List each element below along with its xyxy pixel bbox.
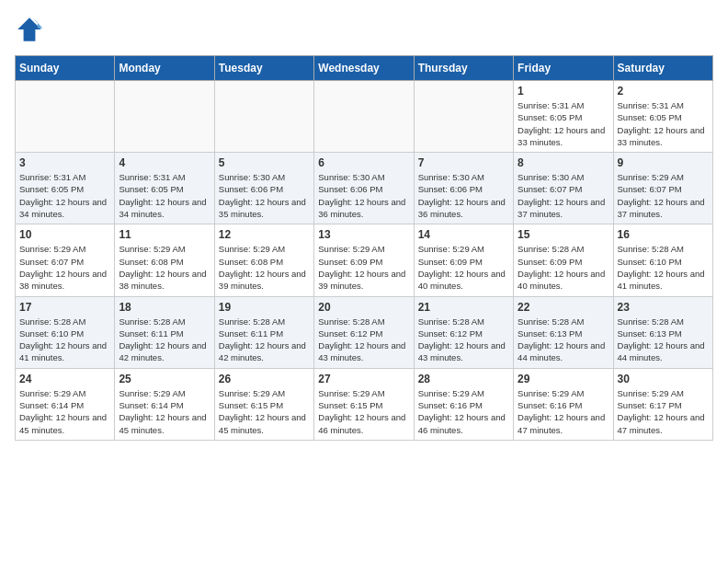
calendar-cell: 21Sunrise: 5:28 AM Sunset: 6:12 PM Dayli… [414,296,513,368]
calendar-cell: 10Sunrise: 5:29 AM Sunset: 6:07 PM Dayli… [16,224,115,296]
day-number: 12 [219,228,310,241]
day-info: Sunrise: 5:29 AM Sunset: 6:07 PM Dayligh… [19,243,110,292]
calendar-cell: 5Sunrise: 5:30 AM Sunset: 6:06 PM Daylig… [214,153,313,224]
logo [15,15,48,44]
calendar-cell: 1Sunrise: 5:31 AM Sunset: 6:05 PM Daylig… [514,81,613,153]
day-info: Sunrise: 5:31 AM Sunset: 6:05 PM Dayligh… [618,99,709,148]
day-info: Sunrise: 5:31 AM Sunset: 6:05 PM Dayligh… [119,171,210,220]
calendar-weekday-friday: Friday [514,56,613,81]
day-info: Sunrise: 5:29 AM Sunset: 6:14 PM Dayligh… [19,387,110,436]
calendar-cell: 17Sunrise: 5:28 AM Sunset: 6:10 PM Dayli… [16,296,115,368]
day-info: Sunrise: 5:29 AM Sunset: 6:14 PM Dayligh… [119,387,210,436]
day-number: 29 [518,373,609,385]
calendar-cell: 9Sunrise: 5:29 AM Sunset: 6:07 PM Daylig… [613,153,712,224]
calendar-cell: 8Sunrise: 5:30 AM Sunset: 6:07 PM Daylig… [514,153,613,224]
day-number: 27 [318,373,409,385]
day-info: Sunrise: 5:30 AM Sunset: 6:07 PM Dayligh… [518,171,609,220]
day-info: Sunrise: 5:30 AM Sunset: 6:06 PM Dayligh… [219,171,310,220]
calendar-cell: 7Sunrise: 5:30 AM Sunset: 6:06 PM Daylig… [414,153,513,224]
day-info: Sunrise: 5:28 AM Sunset: 6:11 PM Dayligh… [119,316,210,364]
svg-marker-0 [17,17,41,41]
day-number: 23 [618,301,709,314]
day-info: Sunrise: 5:30 AM Sunset: 6:06 PM Dayligh… [318,171,409,220]
day-number: 30 [618,373,709,385]
day-info: Sunrise: 5:29 AM Sunset: 6:16 PM Dayligh… [518,387,609,436]
calendar-cell: 12Sunrise: 5:29 AM Sunset: 6:08 PM Dayli… [214,224,313,296]
day-number: 15 [518,228,609,241]
calendar-cell: 20Sunrise: 5:28 AM Sunset: 6:12 PM Dayli… [314,296,414,368]
calendar-cell: 28Sunrise: 5:29 AM Sunset: 6:16 PM Dayli… [414,368,513,440]
calendar-cell: 23Sunrise: 5:28 AM Sunset: 6:13 PM Dayli… [613,296,712,368]
calendar-cell: 27Sunrise: 5:29 AM Sunset: 6:15 PM Dayli… [314,368,414,440]
calendar-week-0: 1Sunrise: 5:31 AM Sunset: 6:05 PM Daylig… [16,81,713,153]
calendar-cell: 15Sunrise: 5:28 AM Sunset: 6:09 PM Dayli… [514,224,613,296]
calendar-cell: 13Sunrise: 5:29 AM Sunset: 6:09 PM Dayli… [314,224,414,296]
day-number: 28 [418,373,509,385]
calendar-cell: 3Sunrise: 5:31 AM Sunset: 6:05 PM Daylig… [16,153,115,224]
day-info: Sunrise: 5:29 AM Sunset: 6:09 PM Dayligh… [418,243,509,292]
day-number: 10 [19,228,110,241]
day-info: Sunrise: 5:28 AM Sunset: 6:12 PM Dayligh… [418,316,509,364]
day-number: 4 [119,156,210,169]
day-number: 6 [318,156,409,169]
day-info: Sunrise: 5:31 AM Sunset: 6:05 PM Dayligh… [518,99,609,148]
day-number: 14 [418,228,509,241]
calendar-weekday-wednesday: Wednesday [314,56,414,81]
calendar-weekday-saturday: Saturday [613,56,712,81]
calendar-weekday-tuesday: Tuesday [214,56,313,81]
day-number: 8 [518,156,609,169]
day-number: 20 [318,301,409,314]
calendar-cell: 2Sunrise: 5:31 AM Sunset: 6:05 PM Daylig… [613,81,712,153]
calendar-cell: 25Sunrise: 5:29 AM Sunset: 6:14 PM Dayli… [115,368,214,440]
calendar-week-3: 17Sunrise: 5:28 AM Sunset: 6:10 PM Dayli… [16,296,713,368]
calendar-cell [214,81,313,153]
day-number: 1 [518,85,609,98]
calendar-cell: 26Sunrise: 5:29 AM Sunset: 6:15 PM Dayli… [214,368,313,440]
day-number: 5 [219,156,310,169]
calendar-cell [414,81,513,153]
day-info: Sunrise: 5:28 AM Sunset: 6:11 PM Dayligh… [219,316,310,364]
day-info: Sunrise: 5:29 AM Sunset: 6:09 PM Dayligh… [318,243,409,292]
day-number: 13 [318,228,409,241]
day-number: 17 [19,301,110,314]
day-number: 9 [618,156,709,169]
logo-icon [15,15,44,44]
day-number: 21 [418,301,509,314]
calendar-cell: 18Sunrise: 5:28 AM Sunset: 6:11 PM Dayli… [115,296,214,368]
day-info: Sunrise: 5:29 AM Sunset: 6:15 PM Dayligh… [318,387,409,436]
day-number: 16 [618,228,709,241]
day-number: 2 [618,85,709,98]
calendar-week-4: 24Sunrise: 5:29 AM Sunset: 6:14 PM Dayli… [16,368,713,440]
day-number: 26 [219,373,310,385]
day-info: Sunrise: 5:29 AM Sunset: 6:16 PM Dayligh… [418,387,509,436]
calendar-cell: 16Sunrise: 5:28 AM Sunset: 6:10 PM Dayli… [613,224,712,296]
calendar-table: SundayMondayTuesdayWednesdayThursdayFrid… [15,55,713,441]
header [15,15,713,44]
day-info: Sunrise: 5:29 AM Sunset: 6:17 PM Dayligh… [618,387,709,436]
calendar-cell: 14Sunrise: 5:29 AM Sunset: 6:09 PM Dayli… [414,224,513,296]
day-number: 11 [119,228,210,241]
calendar-week-1: 3Sunrise: 5:31 AM Sunset: 6:05 PM Daylig… [16,153,713,224]
day-info: Sunrise: 5:28 AM Sunset: 6:09 PM Dayligh… [518,243,609,292]
day-number: 3 [19,156,110,169]
day-number: 18 [119,301,210,314]
day-info: Sunrise: 5:29 AM Sunset: 6:07 PM Dayligh… [618,171,709,220]
calendar-cell [115,81,214,153]
calendar-cell: 19Sunrise: 5:28 AM Sunset: 6:11 PM Dayli… [214,296,313,368]
day-info: Sunrise: 5:31 AM Sunset: 6:05 PM Dayligh… [19,171,110,220]
day-number: 22 [518,301,609,314]
day-info: Sunrise: 5:28 AM Sunset: 6:12 PM Dayligh… [318,316,409,364]
calendar-cell: 24Sunrise: 5:29 AM Sunset: 6:14 PM Dayli… [16,368,115,440]
calendar-cell [16,81,115,153]
day-number: 7 [418,156,509,169]
calendar-weekday-sunday: Sunday [16,56,115,81]
calendar-cell: 30Sunrise: 5:29 AM Sunset: 6:17 PM Dayli… [613,368,712,440]
calendar-cell: 29Sunrise: 5:29 AM Sunset: 6:16 PM Dayli… [514,368,613,440]
page: SundayMondayTuesdayWednesdayThursdayFrid… [0,0,728,455]
calendar-cell: 22Sunrise: 5:28 AM Sunset: 6:13 PM Dayli… [514,296,613,368]
day-info: Sunrise: 5:29 AM Sunset: 6:08 PM Dayligh… [219,243,310,292]
calendar-cell [314,81,414,153]
day-info: Sunrise: 5:29 AM Sunset: 6:15 PM Dayligh… [219,387,310,436]
day-number: 24 [19,373,110,385]
day-number: 25 [119,373,210,385]
